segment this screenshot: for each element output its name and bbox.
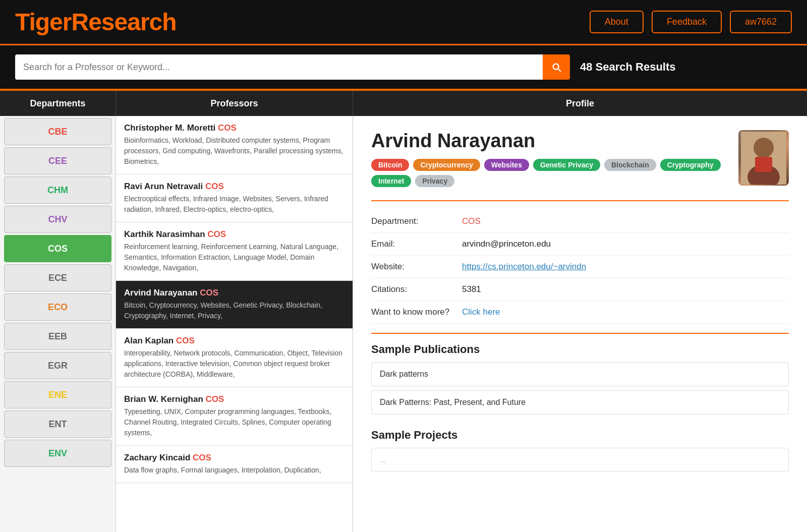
want-more-label: Want to know more? [371, 307, 462, 317]
dept-item-chm[interactable]: CHM [4, 176, 111, 204]
email-label: Email: [371, 239, 462, 249]
dept-item-cos[interactable]: COS [4, 235, 111, 262]
about-button[interactable]: About [590, 11, 644, 33]
main-layout: CBECEECHMCHVCOSECEECOEEBEGRENEENTENV Chr… [0, 116, 807, 532]
dept-label: Department: [371, 216, 462, 226]
profile-photo-placeholder [738, 130, 789, 186]
prof-keywords-moretti: Bioinformatics, Workload, Distributed co… [124, 135, 344, 167]
profile-row-email: Email: arvindn@princeton.edu [371, 233, 789, 256]
search-button[interactable] [543, 54, 570, 80]
profile-row-more: Want to know more? Click here [371, 301, 789, 324]
profile-name: Arvind Narayanan [371, 130, 738, 152]
prof-keywords-netravali: Electrooptical effects, Infrared Image, … [124, 194, 344, 215]
projects-placeholder: ... [371, 448, 789, 471]
website-label: Website: [371, 262, 462, 272]
prof-name-kernighan: Brian W. Kernighan COS [124, 394, 344, 404]
search-container [15, 54, 570, 80]
tag-privacy[interactable]: Privacy [415, 175, 454, 187]
prof-name-kaplan: Alan Kaplan COS [124, 336, 344, 346]
svg-point-1 [754, 138, 774, 158]
prof-item-moretti[interactable]: Christopher M. Moretti COSBioinformatics… [116, 116, 353, 174]
profile-row-website: Website: https://cs.princeton.edu/~arvin… [371, 256, 789, 278]
tag-cryptography[interactable]: Cryptography [660, 159, 721, 171]
prof-name-netravali: Ravi Arun Netravali COS [124, 182, 344, 192]
tag-genetic-privacy[interactable]: Genetic Privacy [533, 159, 600, 171]
prof-item-netravali[interactable]: Ravi Arun Netravali COSElectrooptical ef… [116, 174, 353, 222]
dept-item-eeb[interactable]: EEB [4, 323, 111, 350]
departments-column: CBECEECHMCHVCOSECEECOEEBEGRENEENTENV [0, 116, 116, 532]
profile-column-header: Profile [353, 91, 807, 116]
dept-value: COS [462, 216, 481, 226]
email-value: arvindn@princeton.edu [462, 239, 551, 249]
prof-keywords-kernighan: Typesetting, UNIX, Computer programming … [124, 406, 344, 438]
dept-column-header: Departments [0, 91, 116, 116]
search-area: 48 Search Results [0, 45, 807, 89]
publications-title: Sample Publications [371, 343, 789, 356]
dept-item-eco[interactable]: ECO [4, 293, 111, 321]
prof-item-narasimhan[interactable]: Karthik Narasimhan COSReinforcement lear… [116, 222, 353, 281]
tag-websites[interactable]: Websites [484, 159, 529, 171]
svg-rect-3 [755, 157, 772, 172]
search-icon [551, 62, 562, 73]
profile-row-citations: Citations: 5381 [371, 278, 789, 301]
profile-photo [738, 130, 789, 186]
tag-blockchain[interactable]: Blockchain [604, 159, 656, 171]
profile-divider-mid [371, 333, 789, 334]
profile-divider-top [371, 200, 789, 201]
prof-item-kaplan[interactable]: Alan Kaplan COSInteroperability, Network… [116, 329, 353, 387]
prof-keywords-kincaid: Data flow graphs, Formal languages, Inte… [124, 465, 344, 476]
dept-item-cbe[interactable]: CBE [4, 118, 111, 145]
professors-column: Christopher M. Moretti COSBioinformatics… [116, 116, 353, 532]
professor-avatar-svg [741, 132, 786, 185]
prof-keywords-narayanan: Bitcoin, Cryptocurrency, Websites, Genet… [124, 300, 344, 321]
profile-column: Arvind Narayanan BitcoinCryptocurrencyWe… [353, 116, 807, 532]
prof-keywords-narasimhan: Reinforcement learning, Reinforcement Le… [124, 242, 344, 273]
dept-item-ene[interactable]: ENE [4, 381, 111, 408]
prof-keywords-kaplan: Interoperability, Network protocols, Com… [124, 348, 344, 380]
search-input[interactable] [15, 54, 543, 80]
profile-left: Arvind Narayanan BitcoinCryptocurrencyWe… [371, 130, 738, 191]
profile-top: Arvind Narayanan BitcoinCryptocurrencyWe… [371, 130, 789, 191]
prof-name-moretti: Christopher M. Moretti COS [124, 123, 344, 133]
feedback-button[interactable]: Feedback [652, 11, 722, 33]
search-results-count: 48 Search Results [580, 61, 676, 74]
publication-item: Dark patterns [371, 362, 789, 386]
prof-name-narayanan: Arvind Narayanan COS [124, 288, 344, 298]
profile-table: Department: COS Email: arvindn@princeton… [371, 210, 789, 324]
prof-column-header: Professors [116, 91, 353, 116]
dept-item-ent[interactable]: ENT [4, 410, 111, 438]
app-logo: TigerResearch [15, 8, 177, 36]
prof-item-narayanan[interactable]: Arvind Narayanan COSBitcoin, Cryptocurre… [116, 281, 353, 329]
profile-row-dept: Department: COS [371, 210, 789, 233]
prof-name-narasimhan: Karthik Narasimhan COS [124, 229, 344, 240]
dept-item-cee[interactable]: CEE [4, 147, 111, 174]
citations-value: 5381 [462, 284, 481, 294]
column-headers: Departments Professors Profile [0, 91, 807, 116]
dept-item-ece[interactable]: ECE [4, 264, 111, 291]
prof-name-kincaid: Zachary Kincaid COS [124, 453, 344, 463]
click-here-link[interactable]: Click here [462, 307, 500, 317]
publication-item: Dark Patterns: Past, Present, and Future [371, 390, 789, 415]
projects-title: Sample Projects [371, 429, 789, 442]
tag-cryptocurrency[interactable]: Cryptocurrency [413, 159, 480, 171]
tags-row: BitcoinCryptocurrencyWebsitesGenetic Pri… [371, 159, 738, 187]
header: TigerResearch About Feedback aw7662 [0, 0, 807, 45]
dept-item-egr[interactable]: EGR [4, 352, 111, 379]
tag-internet[interactable]: Internet [371, 175, 411, 187]
dept-item-chv[interactable]: CHV [4, 206, 111, 233]
user-button[interactable]: aw7662 [730, 11, 792, 33]
citations-label: Citations: [371, 284, 462, 294]
tag-bitcoin[interactable]: Bitcoin [371, 159, 409, 171]
publications-list: Dark patternsDark Patterns: Past, Presen… [371, 362, 789, 415]
prof-item-kernighan[interactable]: Brian W. Kernighan COSTypesetting, UNIX,… [116, 387, 353, 446]
header-nav: About Feedback aw7662 [590, 11, 792, 33]
prof-item-kincaid[interactable]: Zachary Kincaid COSData flow graphs, For… [116, 446, 353, 483]
dept-item-env[interactable]: ENV [4, 440, 111, 467]
website-value[interactable]: https://cs.princeton.edu/~arvindn [462, 262, 586, 272]
